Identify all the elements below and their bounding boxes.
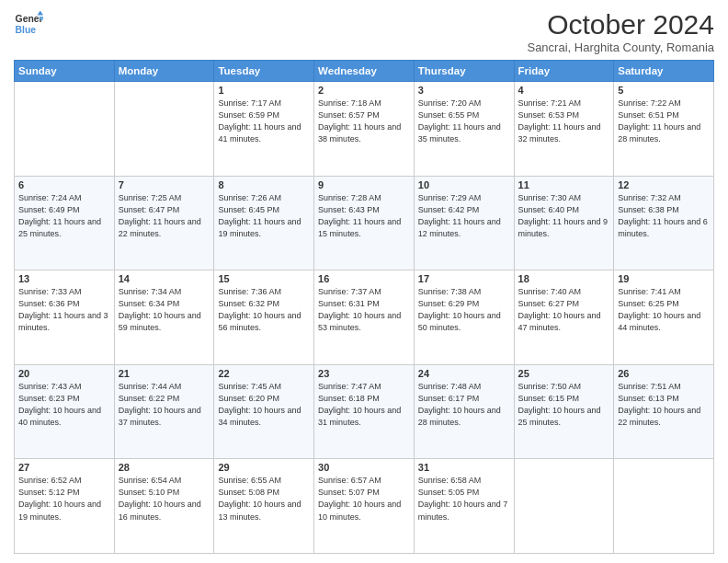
day-number: 14	[119, 273, 210, 284]
svg-text:Blue: Blue	[16, 25, 37, 35]
svg-marker-2	[38, 11, 43, 16]
day-info: Sunrise: 7:37 AM Sunset: 6:31 PM Dayligh…	[318, 286, 410, 334]
svg-text:General: General	[16, 14, 43, 24]
day-number: 8	[218, 179, 310, 190]
day-header-sunday: Sunday	[15, 61, 115, 82]
day-number: 29	[218, 462, 310, 473]
day-number: 24	[418, 368, 510, 379]
day-header-thursday: Thursday	[414, 61, 514, 82]
calendar-week-4: 20Sunrise: 7:43 AM Sunset: 6:23 PM Dayli…	[15, 364, 714, 459]
calendar-cell: 31Sunrise: 6:58 AM Sunset: 5:05 PM Dayli…	[414, 459, 514, 554]
calendar-cell: 3Sunrise: 7:20 AM Sunset: 6:55 PM Daylig…	[414, 82, 514, 177]
day-number: 7	[119, 179, 210, 190]
day-info: Sunrise: 7:41 AM Sunset: 6:25 PM Dayligh…	[618, 286, 710, 334]
day-info: Sunrise: 7:21 AM Sunset: 6:53 PM Dayligh…	[518, 98, 610, 145]
day-info: Sunrise: 7:36 AM Sunset: 6:32 PM Dayligh…	[218, 286, 310, 334]
calendar-cell: 2Sunrise: 7:18 AM Sunset: 6:57 PM Daylig…	[314, 82, 415, 177]
header: General Blue October 2024 Sancrai, Hargh…	[14, 9, 714, 54]
day-number: 18	[518, 273, 610, 284]
day-number: 27	[18, 462, 110, 473]
day-info: Sunrise: 6:55 AM Sunset: 5:08 PM Dayligh…	[218, 475, 310, 523]
calendar-header-row: SundayMondayTuesdayWednesdayThursdayFrid…	[15, 61, 714, 82]
day-info: Sunrise: 7:20 AM Sunset: 6:55 PM Dayligh…	[418, 98, 510, 145]
calendar-week-2: 6Sunrise: 7:24 AM Sunset: 6:49 PM Daylig…	[15, 176, 714, 270]
day-info: Sunrise: 7:29 AM Sunset: 6:42 PM Dayligh…	[418, 192, 510, 240]
calendar-cell	[114, 82, 214, 177]
calendar-cell: 23Sunrise: 7:47 AM Sunset: 6:18 PM Dayli…	[314, 364, 415, 459]
calendar-cell: 7Sunrise: 7:25 AM Sunset: 6:47 PM Daylig…	[114, 176, 214, 270]
day-number: 26	[618, 368, 710, 379]
calendar-cell: 17Sunrise: 7:38 AM Sunset: 6:29 PM Dayli…	[414, 270, 514, 365]
day-info: Sunrise: 7:38 AM Sunset: 6:29 PM Dayligh…	[418, 286, 510, 334]
day-header-saturday: Saturday	[614, 61, 714, 82]
day-info: Sunrise: 7:18 AM Sunset: 6:57 PM Dayligh…	[318, 98, 410, 145]
day-number: 21	[119, 368, 210, 379]
day-number: 23	[318, 368, 410, 379]
calendar-cell: 14Sunrise: 7:34 AM Sunset: 6:34 PM Dayli…	[114, 270, 214, 365]
day-number: 25	[518, 368, 610, 379]
calendar-cell: 19Sunrise: 7:41 AM Sunset: 6:25 PM Dayli…	[614, 270, 714, 365]
day-number: 4	[518, 85, 610, 96]
calendar-cell	[15, 82, 115, 177]
day-info: Sunrise: 7:28 AM Sunset: 6:43 PM Dayligh…	[318, 192, 410, 240]
calendar-cell: 18Sunrise: 7:40 AM Sunset: 6:27 PM Dayli…	[514, 270, 614, 365]
day-number: 12	[618, 179, 710, 190]
day-number: 13	[18, 273, 110, 284]
calendar-cell: 13Sunrise: 7:33 AM Sunset: 6:36 PM Dayli…	[15, 270, 115, 365]
day-number: 6	[18, 179, 110, 190]
calendar-cell: 21Sunrise: 7:44 AM Sunset: 6:22 PM Dayli…	[114, 364, 214, 459]
month-title: October 2024	[527, 9, 714, 40]
calendar-cell: 9Sunrise: 7:28 AM Sunset: 6:43 PM Daylig…	[314, 176, 415, 270]
day-info: Sunrise: 7:25 AM Sunset: 6:47 PM Dayligh…	[119, 192, 210, 240]
day-info: Sunrise: 7:43 AM Sunset: 6:23 PM Dayligh…	[18, 381, 110, 429]
day-info: Sunrise: 7:34 AM Sunset: 6:34 PM Dayligh…	[119, 286, 210, 334]
calendar-cell: 29Sunrise: 6:55 AM Sunset: 5:08 PM Dayli…	[214, 459, 314, 554]
calendar-cell: 4Sunrise: 7:21 AM Sunset: 6:53 PM Daylig…	[514, 82, 614, 177]
day-info: Sunrise: 7:44 AM Sunset: 6:22 PM Dayligh…	[119, 381, 210, 429]
calendar-cell: 28Sunrise: 6:54 AM Sunset: 5:10 PM Dayli…	[114, 459, 214, 554]
calendar-cell: 6Sunrise: 7:24 AM Sunset: 6:49 PM Daylig…	[15, 176, 115, 270]
calendar-cell: 12Sunrise: 7:32 AM Sunset: 6:38 PM Dayli…	[614, 176, 714, 270]
day-header-tuesday: Tuesday	[214, 61, 314, 82]
page: General Blue October 2024 Sancrai, Hargh…	[0, 0, 728, 563]
day-info: Sunrise: 7:51 AM Sunset: 6:13 PM Dayligh…	[618, 381, 710, 429]
calendar-cell: 25Sunrise: 7:50 AM Sunset: 6:15 PM Dayli…	[514, 364, 614, 459]
title-block: October 2024 Sancrai, Harghita County, R…	[527, 9, 714, 54]
day-info: Sunrise: 7:33 AM Sunset: 6:36 PM Dayligh…	[18, 286, 110, 334]
day-header-wednesday: Wednesday	[314, 61, 415, 82]
day-info: Sunrise: 6:54 AM Sunset: 5:10 PM Dayligh…	[119, 475, 210, 523]
day-info: Sunrise: 7:47 AM Sunset: 6:18 PM Dayligh…	[318, 381, 410, 429]
calendar-week-5: 27Sunrise: 6:52 AM Sunset: 5:12 PM Dayli…	[15, 459, 714, 554]
logo: General Blue	[14, 9, 43, 39]
calendar-cell: 5Sunrise: 7:22 AM Sunset: 6:51 PM Daylig…	[614, 82, 714, 177]
day-info: Sunrise: 7:26 AM Sunset: 6:45 PM Dayligh…	[218, 192, 310, 240]
calendar-cell	[514, 459, 614, 554]
day-number: 22	[218, 368, 310, 379]
day-info: Sunrise: 7:40 AM Sunset: 6:27 PM Dayligh…	[518, 286, 610, 334]
day-info: Sunrise: 7:48 AM Sunset: 6:17 PM Dayligh…	[418, 381, 510, 429]
day-number: 31	[418, 462, 510, 473]
day-info: Sunrise: 6:58 AM Sunset: 5:05 PM Dayligh…	[418, 475, 510, 523]
day-number: 28	[119, 462, 210, 473]
day-number: 10	[418, 179, 510, 190]
calendar-cell: 15Sunrise: 7:36 AM Sunset: 6:32 PM Dayli…	[214, 270, 314, 365]
calendar-cell	[614, 459, 714, 554]
logo-icon: General Blue	[14, 9, 43, 39]
subtitle: Sancrai, Harghita County, Romania	[527, 40, 714, 54]
day-number: 30	[318, 462, 410, 473]
day-number: 2	[318, 85, 410, 96]
day-info: Sunrise: 6:57 AM Sunset: 5:07 PM Dayligh…	[318, 475, 410, 523]
calendar-cell: 8Sunrise: 7:26 AM Sunset: 6:45 PM Daylig…	[214, 176, 314, 270]
day-info: Sunrise: 7:32 AM Sunset: 6:38 PM Dayligh…	[618, 192, 710, 240]
day-info: Sunrise: 7:24 AM Sunset: 6:49 PM Dayligh…	[18, 192, 110, 240]
calendar-cell: 20Sunrise: 7:43 AM Sunset: 6:23 PM Dayli…	[15, 364, 115, 459]
calendar-cell: 1Sunrise: 7:17 AM Sunset: 6:59 PM Daylig…	[214, 82, 314, 177]
day-number: 3	[418, 85, 510, 96]
day-info: Sunrise: 7:17 AM Sunset: 6:59 PM Dayligh…	[218, 98, 310, 145]
calendar-cell: 10Sunrise: 7:29 AM Sunset: 6:42 PM Dayli…	[414, 176, 514, 270]
day-info: Sunrise: 7:22 AM Sunset: 6:51 PM Dayligh…	[618, 98, 710, 145]
day-number: 15	[218, 273, 310, 284]
day-number: 1	[218, 85, 310, 96]
day-info: Sunrise: 7:50 AM Sunset: 6:15 PM Dayligh…	[518, 381, 610, 429]
calendar-cell: 30Sunrise: 6:57 AM Sunset: 5:07 PM Dayli…	[314, 459, 415, 554]
